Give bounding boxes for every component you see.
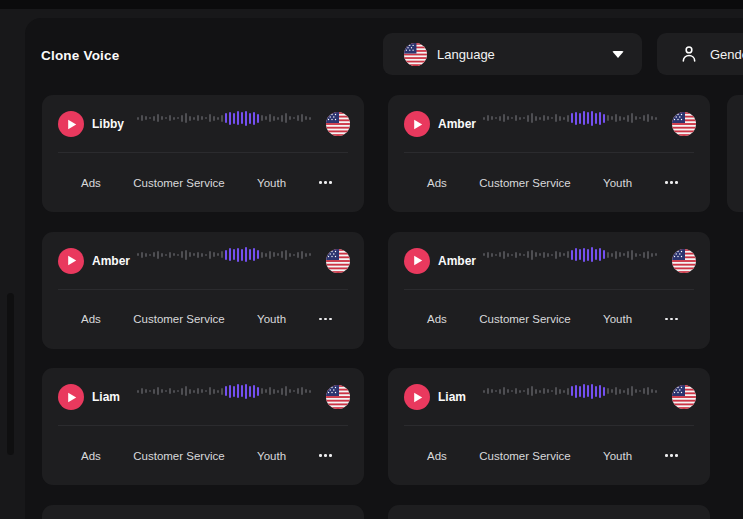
tag-ads[interactable]: Ads	[81, 313, 101, 325]
tag-youth[interactable]: Youth	[257, 450, 286, 462]
play-icon	[413, 119, 423, 130]
tag-customer-service[interactable]: Customer Service	[479, 177, 570, 189]
tag-ads[interactable]: Ads	[427, 313, 447, 325]
waveform	[483, 245, 661, 265]
tag-customer-service[interactable]: Customer Service	[479, 450, 570, 462]
play-icon	[413, 392, 423, 403]
more-options-button[interactable]	[318, 314, 333, 325]
tag-customer-service[interactable]: Customer Service	[479, 313, 570, 325]
us-flag-icon	[326, 385, 350, 409]
tag-list: AdsCustomer ServiceYouth	[42, 426, 364, 485]
play-icon	[413, 255, 423, 266]
play-button[interactable]	[58, 248, 84, 274]
voice-name: Amber	[438, 254, 476, 268]
waveform	[137, 108, 315, 128]
voice-name: Amber	[438, 117, 476, 131]
voice-card: Liam AdsCustomer ServiceYouth	[388, 368, 710, 485]
tag-youth[interactable]: Youth	[257, 313, 286, 325]
us-flag-icon	[326, 112, 350, 136]
voice-card-partial	[727, 95, 743, 212]
voice-card-partial	[388, 505, 710, 519]
voice-name: Libby	[92, 117, 124, 131]
language-dropdown[interactable]: Language	[383, 33, 642, 75]
waveform	[137, 245, 315, 265]
us-flag-icon	[672, 112, 696, 136]
more-options-button[interactable]	[664, 314, 679, 325]
waveform	[137, 381, 315, 401]
tag-youth[interactable]: Youth	[257, 177, 286, 189]
voice-card: Amber AdsCustomer ServiceYouth	[388, 232, 710, 349]
voice-card: Amber AdsCustomer ServiceYouth	[42, 232, 364, 349]
voice-card: Libby AdsCustomer ServiceYouth	[42, 95, 364, 212]
us-flag-icon	[672, 249, 696, 273]
voice-card-partial	[42, 505, 364, 519]
tag-list: AdsCustomer ServiceYouth	[388, 153, 710, 212]
more-options-button[interactable]	[664, 450, 679, 461]
play-button[interactable]	[404, 111, 430, 137]
page-title: Clone Voice	[41, 48, 119, 63]
voice-name: Amber	[92, 254, 130, 268]
more-options-button[interactable]	[664, 177, 679, 188]
voice-card: Amber AdsCustomer ServiceYouth	[388, 95, 710, 212]
tag-ads[interactable]: Ads	[81, 177, 101, 189]
person-icon	[678, 43, 700, 65]
us-flag-icon	[326, 249, 350, 273]
chevron-down-icon	[612, 51, 624, 58]
tag-list: AdsCustomer ServiceYouth	[42, 290, 364, 349]
tag-youth[interactable]: Youth	[603, 450, 632, 462]
app-window: Clone Voice Language Gender	[0, 0, 743, 519]
gender-dropdown-label: Gender	[710, 47, 743, 62]
scrollbar-thumb[interactable]	[7, 293, 14, 455]
tag-customer-service[interactable]: Customer Service	[133, 177, 224, 189]
play-button[interactable]	[404, 384, 430, 410]
language-dropdown-label: Language	[437, 47, 495, 62]
tag-ads[interactable]: Ads	[81, 450, 101, 462]
more-options-button[interactable]	[318, 450, 333, 461]
voice-name: Liam	[438, 390, 466, 404]
tag-ads[interactable]: Ads	[427, 177, 447, 189]
us-flag-icon	[404, 43, 427, 66]
tag-youth[interactable]: Youth	[603, 177, 632, 189]
more-options-button[interactable]	[318, 177, 333, 188]
tag-customer-service[interactable]: Customer Service	[133, 450, 224, 462]
tag-list: AdsCustomer ServiceYouth	[388, 426, 710, 485]
play-icon	[67, 392, 77, 403]
window-top-edge	[0, 0, 743, 9]
play-button[interactable]	[58, 384, 84, 410]
waveform	[483, 381, 661, 401]
tag-ads[interactable]: Ads	[427, 450, 447, 462]
gender-dropdown[interactable]: Gender	[657, 33, 743, 75]
voice-card: Liam AdsCustomer ServiceYouth	[42, 368, 364, 485]
tag-youth[interactable]: Youth	[603, 313, 632, 325]
voice-name: Liam	[92, 390, 120, 404]
us-flag-icon	[672, 385, 696, 409]
tag-list: AdsCustomer ServiceYouth	[42, 153, 364, 212]
play-button[interactable]	[58, 111, 84, 137]
tag-list: AdsCustomer ServiceYouth	[388, 290, 710, 349]
play-button[interactable]	[404, 248, 430, 274]
tag-customer-service[interactable]: Customer Service	[133, 313, 224, 325]
play-icon	[67, 255, 77, 266]
play-icon	[67, 119, 77, 130]
waveform	[483, 108, 661, 128]
